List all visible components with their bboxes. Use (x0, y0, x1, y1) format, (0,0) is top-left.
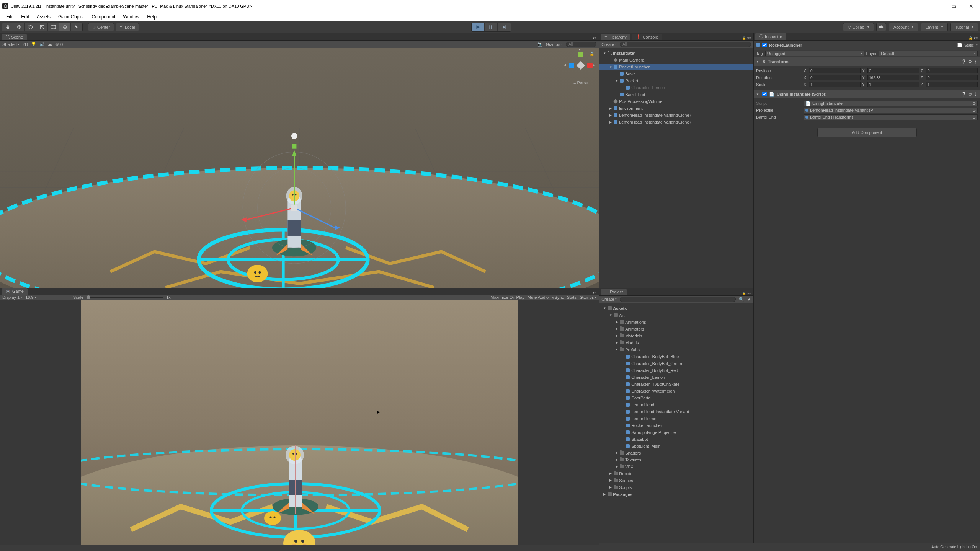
position-x[interactable] (809, 68, 861, 73)
project-item[interactable]: ▶Animations (599, 319, 753, 326)
inspector-tab[interactable]: ⓘInspector (755, 33, 786, 40)
account-dropdown[interactable]: Account▾ (889, 23, 918, 31)
menu-help[interactable]: Help (143, 14, 160, 20)
close-button[interactable]: ✕ (968, 3, 975, 10)
collab-dropdown[interactable]: ◇Collab▾ (843, 23, 874, 31)
project-item[interactable]: ▼Assets (599, 305, 753, 312)
rotation-y[interactable] (867, 75, 919, 80)
project-item[interactable]: DoorPortal (599, 395, 753, 401)
component-menu-icon[interactable]: ⋮ (973, 59, 978, 64)
project-item[interactable]: Character_BodyBot_Blue (599, 353, 753, 360)
hierarchy-item[interactable]: PostProcessingVolume (599, 98, 753, 105)
cloud-icon[interactable] (876, 23, 886, 31)
scale-tool[interactable] (36, 23, 48, 31)
scene-fx-icon[interactable]: ☁ (48, 42, 52, 47)
hierarchy-tab[interactable]: ≡Hierarchy (601, 34, 630, 40)
hierarchy-item[interactable]: Base (599, 70, 753, 77)
project-search[interactable] (620, 297, 736, 302)
game-mute-toggle[interactable]: Mute Audio (528, 295, 549, 300)
game-gizmos-dropdown[interactable]: Gizmos ▾ (580, 295, 596, 300)
project-item[interactable]: ▶Scripts (599, 484, 753, 491)
scene-camera-icon[interactable]: 📷 (537, 42, 543, 47)
projectile-field[interactable]: LemonHead Instantiate Variant (P⊙ (804, 108, 978, 113)
projection-label[interactable]: ≡ Persp (567, 80, 594, 85)
static-checkbox[interactable] (957, 43, 962, 47)
scene-lighting-icon[interactable]: 💡 (31, 42, 36, 47)
game-panel-menu[interactable]: ▾≡ (593, 291, 599, 295)
project-item[interactable]: ▶Animators (599, 326, 753, 333)
component-help-icon[interactable]: ❔ (961, 92, 967, 97)
component-settings-icon[interactable]: ⚙ (968, 92, 972, 97)
game-aspect-dropdown[interactable]: 16:9 ▾ (25, 295, 36, 300)
minimize-button[interactable]: — (933, 3, 939, 10)
scale-x[interactable] (809, 82, 861, 87)
menu-window[interactable]: Window (119, 14, 143, 20)
hierarchy-item[interactable]: Barrel End (599, 91, 753, 98)
project-item[interactable]: LemonHead Instantiate Variant (599, 408, 753, 415)
project-item[interactable]: Character_BodyBot_Red (599, 367, 753, 374)
hierarchy-item[interactable]: ▼RocketLauncher (599, 64, 753, 70)
add-component-button[interactable]: Add Component (817, 128, 917, 137)
play-button[interactable] (472, 23, 485, 31)
menu-file[interactable]: File (2, 14, 17, 20)
scene-context-icon[interactable]: ⋯ (748, 51, 751, 55)
hierarchy-item[interactable]: ▶LemonHead Instantiate Variant(Clone) (599, 112, 753, 119)
rotate-tool[interactable] (25, 23, 36, 31)
project-item[interactable]: ▶Materials (599, 333, 753, 339)
project-item[interactable]: Character_Lemon (599, 374, 753, 381)
project-filter-icon[interactable]: 🔍 (739, 297, 744, 302)
gameobject-active-checkbox[interactable] (762, 43, 767, 47)
hierarchy-item[interactable]: ▶Environment (599, 105, 753, 112)
project-item[interactable]: LemonHead (599, 401, 753, 408)
static-dropdown-icon[interactable]: ▾ (976, 44, 978, 47)
project-panel-menu[interactable]: 🔒 ▾≡ (742, 292, 753, 295)
game-scale-slider[interactable] (87, 297, 163, 298)
menu-assets[interactable]: Assets (33, 14, 54, 20)
menu-component[interactable]: Component (88, 14, 119, 20)
project-tree[interactable]: ▼Assets▼Art▶Animations▶Animators▶Materia… (599, 303, 753, 543)
component-help-icon[interactable]: ❔ (961, 59, 967, 64)
project-item[interactable]: ▼Art (599, 312, 753, 319)
transform-tool[interactable] (59, 23, 71, 31)
rotation-z[interactable] (926, 75, 978, 80)
menu-edit[interactable]: Edit (17, 14, 33, 20)
project-item[interactable]: Character_TvBotOnSkate (599, 381, 753, 388)
maximize-button[interactable]: ▭ (950, 3, 957, 10)
project-item[interactable]: ▶Shaders (599, 450, 753, 456)
script-header[interactable]: ▼ 📄 Using Instantiate (Script) ❔⚙⋮ (754, 90, 980, 98)
menu-gameobject[interactable]: GameObject (54, 14, 88, 20)
scene-audio-icon[interactable]: 🔊 (39, 42, 45, 47)
game-view[interactable]: ➤ (0, 300, 599, 545)
barrel-end-field[interactable]: Barrel End (Transform)⊙ (804, 114, 978, 120)
component-settings-icon[interactable]: ⚙ (968, 59, 972, 64)
project-item[interactable]: Character_Watermelon (599, 388, 753, 395)
script-enabled-checkbox[interactable] (762, 92, 767, 96)
project-favorite-icon[interactable]: ★ (747, 297, 751, 302)
hand-tool[interactable] (2, 23, 13, 31)
project-item[interactable]: ▶Scenes (599, 477, 753, 484)
component-menu-icon[interactable]: ⋮ (973, 92, 978, 97)
hierarchy-item[interactable]: ▼Rocket (599, 77, 753, 84)
project-item[interactable]: Samophlange Projectile (599, 429, 753, 436)
project-item[interactable]: ▼Prefabs (599, 346, 753, 353)
scene-tab[interactable]: ⛶Scene (2, 34, 27, 40)
hierarchy-item[interactable]: Main Camera (599, 57, 753, 64)
transform-header[interactable]: ▼⤧ Transform ❔⚙⋮ (754, 57, 980, 66)
scene-orientation-gizmo[interactable]: 🔒 y x z ≡ Persp (567, 52, 594, 85)
game-tab[interactable]: 🎮Game (2, 288, 28, 295)
project-item[interactable]: Skatebot (599, 436, 753, 443)
scale-y[interactable] (867, 82, 919, 87)
game-maximize-toggle[interactable]: Maximize On Play (490, 295, 524, 300)
inspector-panel-menu[interactable]: 🔒 ▾≡ (969, 36, 980, 40)
project-item[interactable]: RocketLauncher (599, 422, 753, 429)
rect-tool[interactable] (48, 23, 59, 31)
scene-hidden-icon[interactable]: 👁 0 (55, 42, 63, 47)
scene-shading-dropdown[interactable]: Shaded ▾ (2, 42, 20, 47)
hierarchy-create-dropdown[interactable]: Create ▾ (601, 42, 617, 47)
pivot-center-toggle[interactable]: ⊕Center (88, 23, 114, 31)
pivot-local-toggle[interactable]: ⟲Local (116, 23, 139, 31)
project-item[interactable]: ▶Models (599, 339, 753, 346)
gameobject-name[interactable]: RocketLauncher (769, 43, 955, 47)
hierarchy-search[interactable] (620, 42, 751, 47)
game-vsync-toggle[interactable]: VSync (552, 295, 564, 300)
